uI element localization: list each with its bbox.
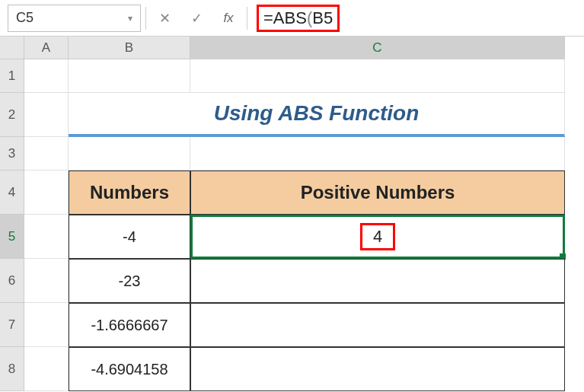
- cell-c6[interactable]: [190, 259, 565, 303]
- row-header-2[interactable]: 2: [0, 93, 24, 137]
- grid-row-8: -4.6904158: [24, 347, 584, 391]
- grid-row-5: -4 4: [24, 215, 584, 259]
- fx-icon[interactable]: fx: [215, 11, 242, 26]
- grid-rows: Using ABS Function Numbers Positive Numb…: [24, 59, 584, 391]
- row-header-7[interactable]: 7: [0, 303, 24, 347]
- formula-highlight: =ABS(B5: [257, 5, 340, 32]
- row-headers: 1 2 3 4 5 6 7 8: [0, 59, 24, 391]
- cell-c1[interactable]: [190, 59, 565, 93]
- grid-body: A B C Using ABS Function Numbers: [24, 37, 584, 392]
- grid-row-6: -23: [24, 259, 584, 303]
- cell-a8[interactable]: [24, 347, 69, 391]
- name-box-value: C5: [16, 10, 34, 26]
- chevron-down-icon[interactable]: ▾: [128, 13, 132, 24]
- col-header-b[interactable]: B: [69, 37, 190, 59]
- result-highlight: 4: [360, 223, 395, 250]
- cell-a3[interactable]: [24, 137, 69, 171]
- cell-a4[interactable]: [24, 171, 69, 215]
- cell-c5-selected[interactable]: 4: [190, 215, 565, 259]
- table-header-positive[interactable]: Positive Numbers: [190, 171, 565, 215]
- col-header-c[interactable]: C: [190, 37, 565, 59]
- column-headers: A B C: [24, 37, 584, 59]
- row-header-3[interactable]: 3: [0, 137, 24, 171]
- table-header-numbers[interactable]: Numbers: [69, 171, 190, 215]
- formula-bar: C5 ▾ ✕ ✓ fx =ABS(B5: [0, 0, 584, 37]
- cancel-icon[interactable]: ✕: [151, 5, 178, 31]
- divider: [247, 7, 247, 30]
- grid-row-3: [24, 137, 584, 171]
- grid-row-2: Using ABS Function: [24, 93, 584, 137]
- row-header-8[interactable]: 8: [0, 347, 24, 391]
- row-header-4[interactable]: 4: [0, 171, 24, 215]
- select-all-corner[interactable]: [0, 37, 24, 59]
- grid-row-1: [24, 59, 584, 93]
- cell-a2[interactable]: [24, 93, 69, 137]
- cell-c7[interactable]: [190, 303, 565, 347]
- grid-row-7: -1.6666667: [24, 303, 584, 347]
- name-box[interactable]: C5 ▾: [8, 5, 141, 32]
- cell-b7[interactable]: -1.6666667: [69, 303, 190, 347]
- title-cell[interactable]: Using ABS Function: [69, 93, 565, 137]
- formula-arg: B5: [312, 8, 333, 27]
- cell-b1[interactable]: [69, 59, 190, 93]
- cell-c8[interactable]: [190, 347, 565, 391]
- grid-left-side: 1 2 3 4 5 6 7 8: [0, 37, 24, 392]
- cell-b5[interactable]: -4: [69, 215, 190, 259]
- divider: [145, 7, 146, 30]
- cell-b6[interactable]: -23: [69, 259, 190, 303]
- col-header-a[interactable]: A: [24, 37, 69, 59]
- row-header-5[interactable]: 5: [0, 215, 24, 259]
- row-header-6[interactable]: 6: [0, 259, 24, 303]
- formula-prefix: =ABS: [263, 8, 307, 27]
- row-header-1[interactable]: 1: [0, 59, 24, 93]
- cell-a6[interactable]: [24, 259, 69, 303]
- cell-c3[interactable]: [190, 137, 565, 171]
- cell-b3[interactable]: [69, 137, 190, 171]
- formula-input[interactable]: =ABS(B5: [252, 5, 576, 32]
- grid-row-4: Numbers Positive Numbers: [24, 171, 584, 215]
- cell-a7[interactable]: [24, 303, 69, 347]
- confirm-icon[interactable]: ✓: [183, 5, 210, 31]
- cell-b8[interactable]: -4.6904158: [69, 347, 190, 391]
- cell-a1[interactable]: [24, 59, 69, 93]
- cell-a5[interactable]: [24, 215, 69, 259]
- spreadsheet-grid: 1 2 3 4 5 6 7 8 A B C Using ABS Function: [0, 37, 584, 392]
